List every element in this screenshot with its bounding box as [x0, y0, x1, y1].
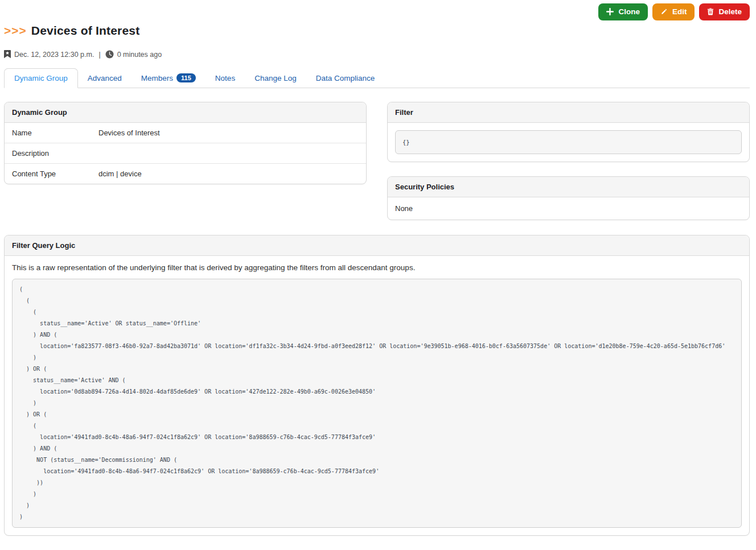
tab-dynamic-group-label: Dynamic Group	[14, 74, 68, 82]
dynamic-group-detail-page: Clone Edit Delete >>>Devices of Interest…	[0, 0, 756, 536]
right-column: Filter {} Security Policies None	[387, 102, 750, 220]
tab-members[interactable]: Members115	[132, 68, 206, 88]
trash-icon	[707, 8, 714, 15]
page-title-text: Devices of Interest	[31, 24, 140, 37]
tab-change-log[interactable]: Change Log	[245, 69, 306, 88]
filter-panel-title: Filter	[388, 102, 749, 123]
members-count-badge: 115	[176, 73, 196, 82]
delete-button-label: Delete	[718, 8, 742, 16]
object-action-buttons: Clone Edit Delete	[598, 3, 750, 20]
attr-label-name: Name	[12, 129, 98, 137]
meta-separator: |	[98, 51, 100, 59]
tab-change-log-label: Change Log	[254, 74, 297, 82]
tab-advanced[interactable]: Advanced	[78, 69, 132, 88]
attr-value-content-type: dcim | device	[98, 169, 142, 178]
tab-notes[interactable]: Notes	[206, 69, 245, 88]
table-row: Name Devices of Interest	[5, 123, 366, 143]
edit-button-label: Edit	[672, 8, 687, 16]
plus-icon	[606, 8, 614, 15]
clone-button-label: Clone	[618, 8, 640, 16]
tab-dynamic-group[interactable]: Dynamic Group	[4, 68, 78, 88]
detail-tabs: Dynamic Group Advanced Members115 Notes …	[4, 68, 750, 88]
security-policies-panel: Security Policies None	[387, 176, 750, 220]
filter-query-logic-panel: Filter Query Logic This is a raw represe…	[4, 235, 750, 536]
clock-icon	[105, 50, 114, 59]
filter-query-logic-title: Filter Query Logic	[5, 235, 749, 256]
filter-code-block: {}	[395, 130, 742, 154]
tab-members-label: Members	[141, 74, 173, 82]
dynamic-group-panel: Dynamic Group Name Devices of Interest D…	[4, 102, 367, 184]
filter-query-description: This is a raw representation of the unde…	[12, 263, 742, 272]
bookmark-icon	[4, 50, 11, 59]
table-row: Description	[5, 143, 366, 164]
tab-advanced-label: Advanced	[88, 74, 122, 82]
left-column: Dynamic Group Name Devices of Interest D…	[4, 102, 367, 184]
edit-button[interactable]: Edit	[652, 3, 695, 20]
tab-data-compliance[interactable]: Data Compliance	[306, 69, 385, 88]
created-timestamp: Dec. 12, 2023 12:30 p.m.	[14, 51, 94, 59]
attr-label-content-type: Content Type	[12, 169, 98, 178]
panels-grid: Dynamic Group Name Devices of Interest D…	[4, 102, 750, 220]
filter-panel: Filter {}	[387, 102, 750, 162]
table-row: Content Type dcim | device	[5, 164, 366, 184]
pencil-icon	[660, 8, 668, 15]
filter-query-code-block: ( ( ( status__name='Active' OR status__n…	[12, 279, 742, 528]
clone-button[interactable]: Clone	[598, 3, 648, 20]
attr-label-description: Description	[12, 149, 98, 158]
tab-notes-label: Notes	[215, 74, 235, 82]
delete-button[interactable]: Delete	[699, 3, 750, 20]
object-meta: Dec. 12, 2023 12:30 p.m. | 0 minutes ago	[4, 50, 750, 59]
security-policies-value: None	[388, 197, 749, 220]
tab-data-compliance-label: Data Compliance	[316, 74, 375, 82]
dynamic-group-panel-title: Dynamic Group	[5, 102, 366, 123]
security-policies-title: Security Policies	[388, 177, 749, 197]
breadcrumb-arrows: >>>	[4, 24, 27, 37]
attr-value-name: Devices of Interest	[98, 129, 160, 137]
filter-panel-body: {}	[388, 123, 749, 162]
filter-query-logic-body: This is a raw representation of the unde…	[5, 256, 749, 535]
last-updated: 0 minutes ago	[117, 51, 162, 59]
